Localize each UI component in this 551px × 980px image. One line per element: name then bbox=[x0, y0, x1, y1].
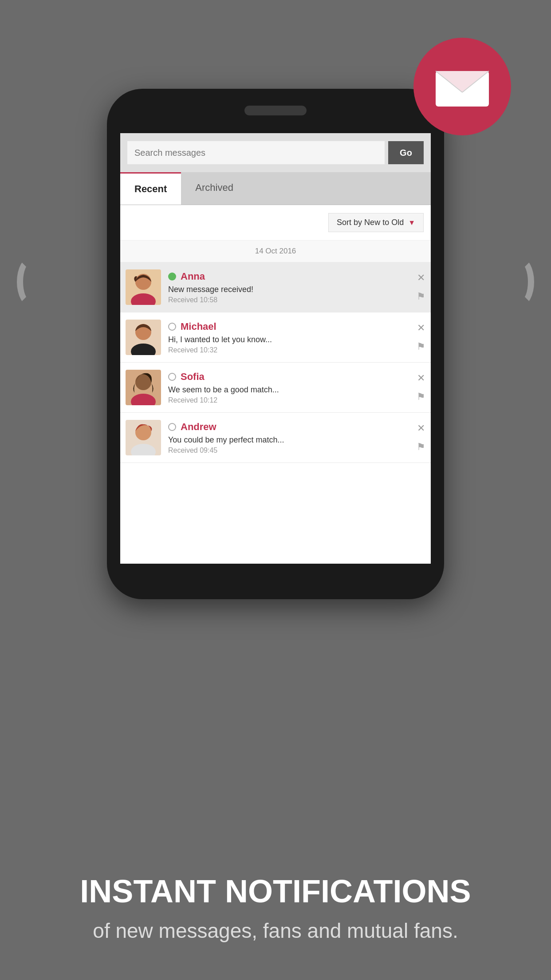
headline: INSTANT NOTIFICATIONS bbox=[35, 874, 516, 909]
bottom-text: INSTANT NOTIFICATIONS of new messages, f… bbox=[0, 874, 551, 944]
message-preview-michael: Hi, I wanted to let you know... bbox=[168, 335, 417, 344]
avatar-sofia bbox=[126, 370, 161, 405]
notification-bubble bbox=[413, 38, 511, 135]
phone: Go Recent Archived Sort by New to Old ▼ … bbox=[107, 89, 444, 599]
close-icon-anna[interactable]: ✕ bbox=[417, 272, 425, 284]
online-dot-anna bbox=[168, 273, 176, 281]
message-preview-sofia: We seem to be a good match... bbox=[168, 385, 417, 395]
sort-area: Sort by New to Old ▼ bbox=[120, 205, 431, 241]
tabs-area: Recent Archived bbox=[120, 172, 431, 205]
message-preview-anna: New message received! bbox=[168, 285, 417, 294]
message-actions-andrew: ✕ ⚑ bbox=[417, 423, 425, 453]
offline-circle-andrew bbox=[168, 423, 176, 431]
flag-icon-anna[interactable]: ⚑ bbox=[417, 291, 425, 302]
search-bar-area: Go bbox=[120, 133, 431, 172]
message-actions-sofia: ✕ ⚑ bbox=[417, 372, 425, 403]
flag-icon-michael[interactable]: ⚑ bbox=[417, 341, 425, 352]
sender-name-michael: Michael bbox=[181, 321, 216, 332]
sort-dropdown[interactable]: Sort by New to Old ▼ bbox=[328, 213, 424, 232]
close-icon-sofia[interactable]: ✕ bbox=[417, 372, 425, 384]
page-container: Go Recent Archived Sort by New to Old ▼ … bbox=[0, 0, 551, 980]
message-actions-anna: ✕ ⚑ bbox=[417, 272, 425, 302]
phone-screen: Go Recent Archived Sort by New to Old ▼ … bbox=[120, 133, 431, 564]
tab-archived[interactable]: Archived bbox=[181, 172, 248, 205]
message-item[interactable]: Anna New message received! Received 10:5… bbox=[120, 262, 431, 312]
avatar-anna bbox=[126, 269, 161, 305]
message-time-anna: Received 10:58 bbox=[168, 296, 417, 304]
avatar-andrew bbox=[126, 420, 161, 455]
flag-icon-sofia[interactable]: ⚑ bbox=[417, 391, 425, 403]
sort-arrow-icon: ▼ bbox=[408, 219, 415, 227]
wave-right bbox=[508, 257, 534, 306]
sender-name-sofia: Sofia bbox=[181, 371, 205, 383]
message-item-andrew[interactable]: Andrew You could be my perfect match... … bbox=[120, 413, 431, 463]
subtext: of new messages, fans and mutual fans. bbox=[35, 918, 516, 944]
sender-name-andrew: Andrew bbox=[181, 421, 216, 433]
message-item-sofia[interactable]: Sofia We seem to be a good match... Rece… bbox=[120, 363, 431, 413]
message-time-sofia: Received 10:12 bbox=[168, 396, 417, 404]
wave-left bbox=[17, 257, 43, 306]
sender-name-anna: Anna bbox=[181, 271, 205, 282]
message-content-andrew: Andrew You could be my perfect match... … bbox=[168, 421, 417, 454]
message-time-michael: Received 10:32 bbox=[168, 346, 417, 354]
message-time-andrew: Received 09:45 bbox=[168, 447, 417, 454]
tab-recent[interactable]: Recent bbox=[120, 172, 181, 205]
offline-circle-michael bbox=[168, 323, 176, 331]
message-item-michael[interactable]: Michael Hi, I wanted to let you know... … bbox=[120, 312, 431, 363]
date-label: 14 Oct 2016 bbox=[120, 241, 431, 262]
message-content-anna: Anna New message received! Received 10:5… bbox=[168, 271, 417, 304]
close-icon-andrew[interactable]: ✕ bbox=[417, 423, 425, 434]
close-icon-michael[interactable]: ✕ bbox=[417, 322, 425, 334]
message-preview-andrew: You could be my perfect match... bbox=[168, 435, 417, 445]
phone-speaker bbox=[244, 106, 307, 115]
go-button[interactable]: Go bbox=[388, 141, 424, 164]
offline-circle-sofia bbox=[168, 373, 176, 381]
message-actions-michael: ✕ ⚑ bbox=[417, 322, 425, 352]
flag-icon-andrew[interactable]: ⚑ bbox=[417, 441, 425, 453]
message-content-sofia: Sofia We seem to be a good match... Rece… bbox=[168, 371, 417, 404]
sort-label: Sort by New to Old bbox=[337, 218, 404, 227]
envelope-icon bbox=[436, 67, 489, 107]
message-content-michael: Michael Hi, I wanted to let you know... … bbox=[168, 321, 417, 354]
avatar-michael bbox=[126, 320, 161, 355]
search-input[interactable] bbox=[127, 141, 385, 164]
